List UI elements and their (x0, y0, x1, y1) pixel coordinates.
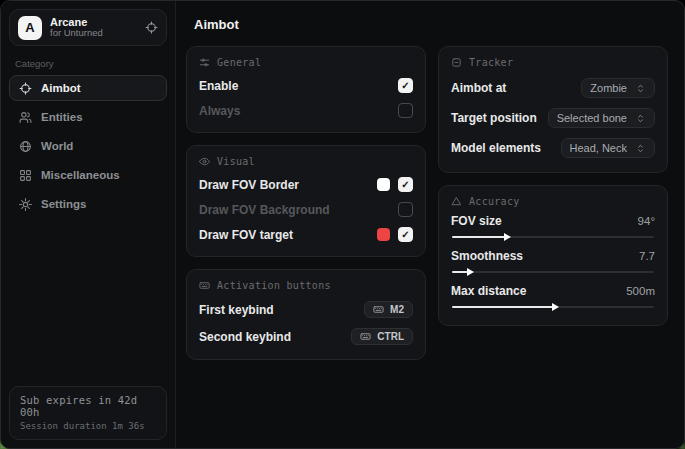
gear-icon (19, 198, 32, 211)
app-window: A Arcane for Unturned Category Aimbot En… (0, 0, 685, 449)
brand-card[interactable]: A Arcane for Unturned (9, 9, 167, 46)
card-title: General (217, 57, 261, 68)
sidebar-item-miscellaneous[interactable]: Miscellaneous (9, 162, 167, 188)
keybind-value: M2 (390, 304, 404, 315)
globe-icon (19, 140, 32, 153)
setting-row-first-keybind: First keybind M2 (199, 296, 413, 323)
setting-label: Smoothness (451, 249, 523, 263)
check-icon: ✓ (401, 81, 409, 91)
sidebar-item-world[interactable]: World (9, 133, 167, 159)
max-distance-slider[interactable] (452, 306, 654, 308)
setting-label: Target position (451, 111, 537, 125)
users-icon (19, 111, 32, 124)
setting-row-model-elements: Model elements Head, Neck (451, 133, 655, 163)
sidebar-item-label: Settings (41, 198, 86, 210)
fov-size-group: FOV size 94° (451, 212, 655, 238)
keyboard-icon (199, 280, 210, 291)
setting-row-always: Always ✓ (199, 98, 413, 123)
sidebar-item-settings[interactable]: Settings (9, 191, 167, 217)
triangle-icon (451, 196, 462, 207)
activation-card: Activation buttons First keybind M2 Seco… (186, 269, 426, 360)
setting-label: First keybind (199, 303, 274, 317)
setting-label: Draw FOV Background (199, 203, 330, 217)
aimbot-at-select[interactable]: Zombie (581, 78, 655, 98)
setting-label: Draw FOV Border (199, 178, 299, 192)
sidebar-nav: Aimbot Entities World Miscellaneous Sett… (9, 75, 167, 217)
enable-checkbox[interactable]: ✓ (398, 78, 413, 93)
color-swatch[interactable] (377, 228, 390, 241)
card-title: Activation buttons (217, 280, 331, 291)
subscription-info-card: Sub expires in 42d 00h Session duration … (9, 386, 167, 440)
chevrons-up-down-icon (635, 113, 646, 124)
slider-fill (452, 306, 553, 308)
eye-icon (199, 156, 210, 167)
second-keybind-button[interactable]: CTRL (351, 328, 413, 345)
select-value: Selected bone (557, 112, 627, 124)
general-card: General Enable ✓ Always ✓ (186, 46, 426, 133)
card-title: Visual (217, 156, 255, 167)
slider-value: 500m (626, 285, 655, 297)
card-title: Accuracy (469, 196, 520, 207)
setting-label: Draw FOV target (199, 228, 293, 242)
setting-label: Enable (199, 79, 238, 93)
always-checkbox[interactable]: ✓ (398, 103, 413, 118)
grid-icon (19, 169, 32, 182)
sidebar-item-label: Aimbot (41, 82, 81, 94)
check-icon: ✓ (401, 180, 409, 190)
check-icon: ✓ (401, 230, 409, 240)
card-title: Tracker (469, 57, 513, 68)
max-distance-group: Max distance 500m (451, 282, 655, 308)
general-card-header: General (199, 57, 413, 68)
accuracy-card: Accuracy FOV size 94° (438, 185, 668, 326)
setting-row-enable: Enable ✓ (199, 73, 413, 98)
sidebar-item-label: Entities (41, 111, 83, 123)
select-value: Zombie (590, 82, 627, 94)
app-logo: A (18, 16, 42, 40)
chevrons-up-down-icon (635, 143, 646, 154)
sidebar-item-aimbot[interactable]: Aimbot (9, 75, 167, 101)
app-subtitle: for Unturned (50, 28, 137, 39)
fov-border-checkbox[interactable]: ✓ (398, 177, 413, 192)
slider-thumb[interactable] (552, 303, 559, 311)
target-position-select[interactable]: Selected bone (548, 108, 655, 128)
scan-icon (451, 57, 462, 68)
sidebar-item-entities[interactable]: Entities (9, 104, 167, 130)
fov-size-slider[interactable] (452, 236, 654, 238)
select-value: Head, Neck (570, 142, 627, 154)
activation-card-header: Activation buttons (199, 280, 413, 291)
sidebar-item-label: Miscellaneous (41, 169, 120, 181)
chevrons-up-down-icon (635, 83, 646, 94)
setting-row-fov-border: Draw FOV Border ✓ (199, 172, 413, 197)
setting-label: Model elements (451, 141, 541, 155)
keyboard-icon (373, 304, 384, 315)
sidebar: A Arcane for Unturned Category Aimbot En… (1, 1, 176, 448)
fov-target-checkbox[interactable]: ✓ (398, 227, 413, 242)
setting-label: Max distance (451, 284, 526, 298)
page-title: Aimbot (194, 17, 668, 32)
slider-thumb[interactable] (504, 233, 511, 241)
sliders-icon (199, 57, 210, 68)
setting-label: Aimbot at (451, 81, 506, 95)
fov-background-checkbox[interactable]: ✓ (398, 202, 413, 217)
first-keybind-button[interactable]: M2 (364, 301, 413, 318)
slider-thumb[interactable] (467, 268, 474, 276)
tracker-card-header: Tracker (451, 57, 655, 68)
smoothness-group: Smoothness 7.7 (451, 247, 655, 273)
brand-text: Arcane for Unturned (50, 16, 137, 40)
color-swatch[interactable] (377, 178, 390, 191)
crosshair-icon[interactable] (145, 21, 158, 34)
crosshair-icon (19, 82, 32, 95)
slider-value: 7.7 (639, 250, 655, 262)
setting-row-target-position: Target position Selected bone (451, 103, 655, 133)
slider-fill (452, 236, 505, 238)
smoothness-slider[interactable] (452, 271, 654, 273)
slider-fill (452, 271, 468, 273)
sub-expiry-text: Sub expires in 42d 00h (20, 394, 156, 418)
category-label: Category (15, 58, 161, 69)
slider-value: 94° (638, 215, 655, 227)
tracker-card: Tracker Aimbot at Zombie Target position… (438, 46, 668, 173)
model-elements-select[interactable]: Head, Neck (561, 138, 655, 158)
visual-card-header: Visual (199, 156, 413, 167)
session-duration-text: Session duration 1m 36s (20, 421, 156, 431)
setting-row-aimbot-at: Aimbot at Zombie (451, 73, 655, 103)
